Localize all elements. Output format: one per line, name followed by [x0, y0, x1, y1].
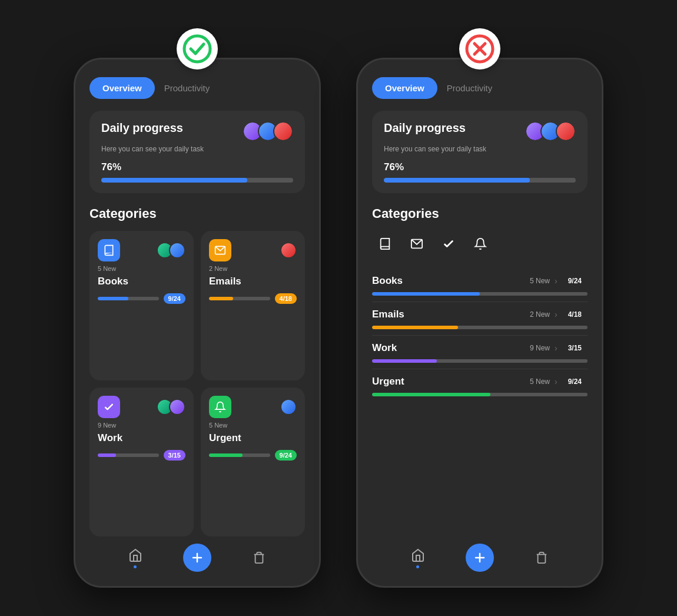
- right-emails-right: 2 New › 4/18: [530, 308, 588, 321]
- left-daily-subtitle: Here you can see your daily task: [101, 145, 293, 153]
- right-trash-icon[interactable]: [533, 549, 550, 566]
- left-daily-progress-fill: [101, 178, 247, 183]
- right-work-progress-bg: [372, 359, 588, 363]
- left-phone-wrapper: Overview Productivity Daily progress: [74, 28, 321, 588]
- svg-point-0: [184, 36, 210, 62]
- work-bottom: 3/15: [98, 450, 185, 461]
- left-tab-productivity[interactable]: Productivity: [164, 83, 210, 93]
- right-icon-books[interactable]: [372, 231, 398, 257]
- left-cat-books-top: [98, 239, 185, 261]
- left-categories-grid: 5 New Books 9/24: [89, 231, 305, 536]
- right-list-work[interactable]: Work 9 New › 3/15: [372, 336, 588, 369]
- urgent-progress-fill: [209, 453, 243, 457]
- right-list-books[interactable]: Books 5 New › 9/24: [372, 269, 588, 302]
- right-list-urgent[interactable]: Urgent 5 New › 9/24: [372, 369, 588, 402]
- right-work-name: Work: [372, 342, 397, 354]
- books-name: Books: [98, 276, 185, 287]
- work-new-count: 9 New: [98, 422, 185, 429]
- books-avatar-group: [157, 242, 185, 259]
- right-urgent-right: 5 New › 9/24: [530, 375, 588, 388]
- work-progress-fill: [98, 453, 116, 457]
- left-home-nav[interactable]: [127, 547, 144, 568]
- cross-status-icon: [459, 28, 500, 69]
- avatar-3: [273, 121, 293, 141]
- right-books-name: Books: [372, 275, 403, 287]
- books-progress-bg: [98, 297, 159, 300]
- right-work-badge: 3/15: [562, 342, 588, 355]
- right-work-right: 9 New › 3/15: [530, 342, 588, 355]
- right-urgent-new: 5 New: [530, 377, 550, 386]
- emails-badge: 4/18: [275, 293, 297, 304]
- left-trash-icon[interactable]: [251, 549, 267, 566]
- work-avatar-group: [157, 399, 185, 415]
- right-tab-overview[interactable]: Overview: [372, 77, 437, 99]
- left-cat-books[interactable]: 5 New Books 9/24: [89, 231, 194, 380]
- right-list-emails[interactable]: Emails 2 New › 4/18: [372, 302, 588, 336]
- right-icon-work[interactable]: [436, 231, 462, 257]
- left-bottom-nav: [89, 536, 305, 574]
- right-categories-label: Categories: [372, 206, 588, 221]
- right-emails-new: 2 New: [530, 310, 550, 319]
- emails-bottom: 4/18: [209, 293, 297, 304]
- left-categories-label: Categories: [89, 206, 305, 221]
- left-cat-work-top: [98, 396, 185, 418]
- urgent-badge: 9/24: [275, 450, 297, 461]
- emails-progress-fill: [209, 297, 233, 300]
- right-daily-progress-fill: [384, 178, 530, 183]
- books-progress-fill: [98, 297, 128, 300]
- urgent-name: Urgent: [209, 432, 297, 444]
- emails-name: Emails: [209, 276, 297, 287]
- right-list-emails-top: Emails 2 New › 4/18: [372, 308, 588, 321]
- urgent-new-count: 5 New: [209, 422, 297, 429]
- right-emails-badge: 4/18: [562, 308, 588, 321]
- right-urgent-name: Urgent: [372, 376, 404, 388]
- right-home-dot: [416, 565, 419, 568]
- emails-avatar-group: [280, 242, 297, 259]
- books-new-count: 5 New: [98, 265, 185, 272]
- right-icon-urgent[interactable]: [467, 231, 493, 257]
- right-list-work-top: Work 9 New › 3/15: [372, 342, 588, 355]
- right-daily-subtitle: Here you can see your daily task: [384, 145, 576, 153]
- emails-progress-bg: [209, 297, 270, 300]
- right-emails-name: Emails: [372, 309, 404, 320]
- right-books-right: 5 New › 9/24: [530, 274, 588, 287]
- right-work-new: 9 New: [530, 344, 550, 352]
- books-icon: [98, 239, 120, 261]
- left-add-btn[interactable]: [183, 544, 211, 572]
- right-books-badge: 9/24: [562, 274, 588, 287]
- left-cat-urgent[interactable]: 5 New Urgent 9/24: [201, 388, 305, 537]
- right-books-chevron-icon: ›: [555, 276, 557, 286]
- right-tab-productivity[interactable]: Productivity: [447, 83, 493, 93]
- right-icon-emails[interactable]: [404, 231, 430, 257]
- work-badge: 3/15: [164, 450, 185, 461]
- right-home-nav[interactable]: [410, 547, 426, 568]
- left-avatar-group: [243, 121, 293, 141]
- books-av2: [169, 242, 185, 259]
- right-daily-title: Daily progress: [384, 121, 466, 135]
- left-cat-emails[interactable]: 2 New Emails 4/18: [201, 231, 305, 380]
- check-status-icon: [177, 28, 218, 69]
- right-add-btn[interactable]: [466, 544, 494, 572]
- r-avatar-3: [556, 121, 576, 141]
- left-cat-urgent-top: [209, 396, 297, 418]
- left-daily-percent: 76%: [101, 161, 293, 173]
- right-avatar-group: [525, 121, 576, 141]
- work-progress-bg: [98, 453, 159, 457]
- right-list-urgent-top: Urgent 5 New › 9/24: [372, 375, 588, 388]
- right-books-progress-bg: [372, 292, 588, 296]
- right-urgent-badge: 9/24: [562, 375, 588, 388]
- right-phone: Overview Productivity Daily progress: [356, 58, 603, 588]
- left-tab-overview[interactable]: Overview: [89, 77, 155, 99]
- right-daily-progress-bar: [384, 178, 576, 183]
- right-tabs: Overview Productivity: [372, 77, 588, 99]
- right-bottom-nav: [372, 536, 588, 574]
- emails-icon: [209, 239, 231, 261]
- urgent-av1: [280, 399, 297, 415]
- left-home-icon: [127, 547, 144, 564]
- left-cat-work[interactable]: 9 New Work 3/15: [89, 388, 194, 537]
- left-daily-title: Daily progress: [101, 121, 183, 135]
- books-bottom: 9/24: [98, 293, 185, 304]
- left-daily-progress-bar: [101, 178, 293, 183]
- right-daily-header: Daily progress: [384, 121, 576, 141]
- right-categories-list: Books 5 New › 9/24 Emails 2 New: [372, 269, 588, 536]
